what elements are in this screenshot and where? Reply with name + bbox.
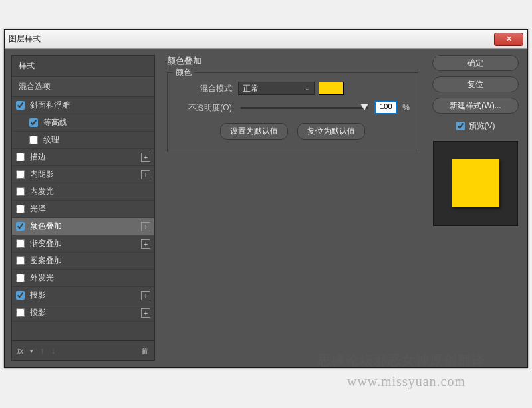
style-row-9[interactable]: 图案叠加 bbox=[12, 253, 154, 270]
style-row-4[interactable]: 内阴影+ bbox=[12, 166, 154, 183]
titlebar: 图层样式 ✕ bbox=[5, 30, 527, 49]
preview-checkbox[interactable] bbox=[456, 122, 465, 130]
opacity-label: 不透明度(O): bbox=[176, 102, 234, 114]
close-button[interactable]: ✕ bbox=[494, 33, 523, 46]
style-row-2[interactable]: 纹理 bbox=[12, 132, 154, 149]
opacity-input[interactable]: 100 bbox=[375, 102, 396, 114]
style-label: 渐变叠加 bbox=[30, 238, 141, 249]
style-checkbox[interactable] bbox=[16, 256, 25, 265]
chevron-down-icon: ⌄ bbox=[305, 85, 310, 92]
style-checkbox[interactable] bbox=[16, 205, 25, 213]
style-checkbox[interactable] bbox=[16, 308, 25, 317]
style-row-12[interactable]: 投影+ bbox=[12, 304, 154, 322]
ok-button[interactable]: 确定 bbox=[432, 55, 519, 71]
watermark-text-2: www.missyuan.com bbox=[347, 374, 466, 389]
default-buttons: 设置为默认值 复位为默认值 bbox=[176, 123, 410, 140]
style-label: 投影 bbox=[30, 307, 141, 318]
style-checkbox[interactable] bbox=[29, 136, 38, 144]
fx-icon[interactable]: fx bbox=[17, 346, 23, 356]
reset-button[interactable]: 复位 bbox=[432, 76, 519, 92]
color-group: 颜色 混合模式: 正常 ⌄ 不透明度(O): 100 % bbox=[167, 72, 418, 152]
reset-default-button[interactable]: 复位为默认值 bbox=[297, 123, 365, 140]
blend-mode-label: 混合模式: bbox=[176, 83, 234, 94]
style-label: 描边 bbox=[30, 152, 141, 163]
style-row-7[interactable]: 颜色叠加+ bbox=[12, 218, 154, 235]
style-label: 等高线 bbox=[43, 117, 150, 128]
style-checkbox[interactable] bbox=[16, 187, 25, 196]
add-effect-icon[interactable]: + bbox=[141, 291, 150, 300]
color-swatch[interactable] bbox=[319, 82, 344, 95]
style-row-11[interactable]: 投影+ bbox=[12, 287, 154, 304]
add-effect-icon[interactable]: + bbox=[141, 239, 150, 249]
arrow-up-icon[interactable]: ↑ bbox=[40, 346, 45, 356]
window-title: 图层样式 bbox=[9, 33, 41, 45]
percent-label: % bbox=[402, 103, 410, 112]
add-effect-icon[interactable]: + bbox=[141, 170, 150, 179]
add-effect-icon[interactable]: + bbox=[141, 153, 150, 162]
style-label: 光泽 bbox=[30, 203, 150, 215]
preview-label: 预览(V) bbox=[469, 120, 495, 132]
style-label: 颜色叠加 bbox=[30, 221, 141, 232]
style-label: 投影 bbox=[30, 290, 141, 301]
sidebar-footer: fx ▾ ↑ ↓ 🗑 bbox=[12, 340, 154, 360]
settings-panel: 颜色叠加 颜色 混合模式: 正常 ⌄ 不透明度(O): bbox=[162, 55, 424, 361]
style-row-1[interactable]: 等高线 bbox=[12, 114, 154, 132]
style-checkbox[interactable] bbox=[16, 170, 25, 179]
style-row-5[interactable]: 内发光 bbox=[12, 183, 154, 201]
preview-box bbox=[433, 141, 518, 226]
layer-style-dialog: 图层样式 ✕ 样式 混合选项 斜面和浮雕等高线纹理描边+内阴影+内发光光泽颜色叠… bbox=[4, 29, 528, 368]
panel-title: 颜色叠加 bbox=[167, 55, 418, 67]
blend-mode-value: 正常 bbox=[243, 83, 259, 94]
preview-square bbox=[452, 159, 499, 207]
blend-mode-select[interactable]: 正常 ⌄ bbox=[238, 82, 315, 95]
group-label: 颜色 bbox=[173, 67, 194, 78]
style-row-0[interactable]: 斜面和浮雕 bbox=[12, 97, 154, 114]
style-list: 斜面和浮雕等高线纹理描边+内阴影+内发光光泽颜色叠加+渐变叠加+图案叠加外发光投… bbox=[12, 97, 154, 322]
style-checkbox[interactable] bbox=[16, 291, 25, 300]
style-row-3[interactable]: 描边+ bbox=[12, 149, 154, 166]
style-row-6[interactable]: 光泽 bbox=[12, 201, 154, 218]
style-label: 内阴影 bbox=[30, 169, 141, 180]
style-row-10[interactable]: 外发光 bbox=[12, 270, 154, 287]
style-checkbox[interactable] bbox=[16, 239, 25, 248]
watermark-text-1: 思缘论坛邪恶女神原创翻译 bbox=[318, 352, 485, 369]
arrow-down-icon[interactable]: ↓ bbox=[51, 346, 56, 356]
style-label: 内发光 bbox=[30, 186, 150, 197]
style-row-8[interactable]: 渐变叠加+ bbox=[12, 235, 154, 253]
new-style-button[interactable]: 新建样式(W)... bbox=[432, 98, 519, 114]
style-checkbox[interactable] bbox=[16, 222, 25, 231]
dialog-body: 样式 混合选项 斜面和浮雕等高线纹理描边+内阴影+内发光光泽颜色叠加+渐变叠加+… bbox=[5, 49, 527, 367]
preview-toggle-row: 预览(V) bbox=[456, 120, 495, 132]
slider-thumb-icon[interactable] bbox=[360, 104, 368, 110]
style-label: 外发光 bbox=[30, 272, 150, 284]
style-label: 斜面和浮雕 bbox=[30, 100, 150, 111]
close-icon: ✕ bbox=[506, 35, 512, 43]
style-checkbox[interactable] bbox=[16, 101, 25, 110]
fx-menu-icon[interactable]: ▾ bbox=[30, 348, 33, 354]
sidebar-header: 样式 bbox=[12, 56, 154, 77]
add-effect-icon[interactable]: + bbox=[141, 222, 150, 231]
trash-icon[interactable]: 🗑 bbox=[141, 346, 149, 356]
set-default-button[interactable]: 设置为默认值 bbox=[220, 123, 288, 140]
style-label: 图案叠加 bbox=[30, 255, 150, 266]
right-panel: 确定 复位 新建样式(W)... 预览(V) bbox=[430, 55, 521, 361]
style-label: 纹理 bbox=[43, 134, 150, 146]
style-checkbox[interactable] bbox=[29, 118, 38, 127]
add-effect-icon[interactable]: + bbox=[141, 308, 150, 318]
styles-sidebar: 样式 混合选项 斜面和浮雕等高线纹理描边+内阴影+内发光光泽颜色叠加+渐变叠加+… bbox=[11, 55, 155, 361]
opacity-row: 不透明度(O): 100 % bbox=[176, 102, 410, 114]
style-checkbox[interactable] bbox=[16, 274, 25, 282]
sidebar-blend-options[interactable]: 混合选项 bbox=[12, 77, 154, 97]
blend-mode-row: 混合模式: 正常 ⌄ bbox=[176, 82, 410, 95]
style-checkbox[interactable] bbox=[16, 153, 25, 161]
opacity-slider[interactable] bbox=[241, 107, 368, 109]
